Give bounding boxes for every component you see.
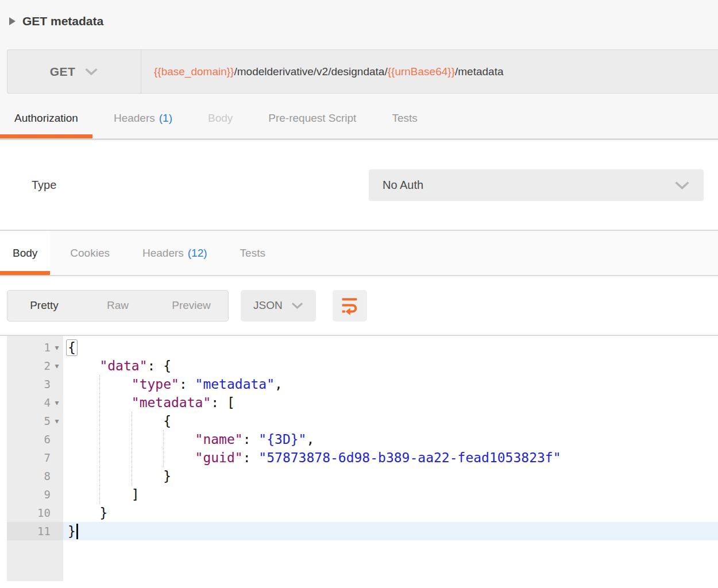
code-line-8: 8 } (7, 467, 718, 485)
response-tab-body[interactable]: Body (0, 231, 50, 275)
line-number-cell: 10 (7, 504, 63, 522)
line-number: 4 (44, 393, 51, 412)
line-number-cell: 2▾ (7, 357, 63, 375)
json-string-value: "57873878-6d98-b389-aa22-fead1053823f" (258, 450, 561, 465)
json-key: "data" (99, 358, 147, 373)
code-line-2: 2▾ "data": { (7, 357, 718, 375)
line-number-cell: 8 (7, 467, 63, 485)
tab-label: Tests (240, 247, 265, 260)
chevron-down-icon (674, 181, 690, 189)
code-line-content: { (63, 338, 718, 357)
line-number: 11 (37, 522, 51, 540)
tab-count-badge: (1) (159, 112, 172, 124)
method-dropdown[interactable]: GET (7, 50, 141, 93)
indent-spaces (68, 413, 163, 428)
line-number: 10 (37, 504, 51, 522)
json-string-value: "metadata" (195, 377, 275, 392)
response-tab-tests[interactable]: Tests (227, 231, 278, 275)
indent-guide (132, 412, 132, 430)
indent-guide (163, 430, 164, 448)
tab-label: Headers (142, 247, 184, 260)
code-line-3: 3 "type": "metadata", (7, 375, 718, 393)
request-tabs: AuthorizationHeaders(1)BodyPre-request S… (0, 111, 718, 140)
text-cursor (76, 524, 78, 539)
code-line-9: 9 ] (7, 485, 718, 504)
response-toolbar: PrettyRawPreview JSON (0, 276, 718, 335)
indent-guide (99, 467, 100, 485)
indent-guide (132, 430, 132, 448)
code-line-content: } (63, 467, 718, 485)
json-string-value: "{3D}" (258, 432, 306, 447)
line-number-cell: 9 (7, 485, 63, 504)
request-tab-pre-request-script[interactable]: Pre-request Script (254, 111, 370, 138)
json-punctuation: , (275, 377, 283, 392)
json-punctuation: } (68, 524, 76, 539)
line-number-cell: 4▾ (7, 393, 63, 412)
json-punctuation: , (306, 432, 314, 447)
wrap-lines-button[interactable] (333, 290, 367, 322)
indent-guide (132, 467, 132, 485)
view-pretty[interactable]: Pretty (7, 291, 81, 321)
url-input[interactable]: {{base_domain}}/modelderivative/v2/desig… (141, 50, 718, 93)
view-raw[interactable]: Raw (81, 291, 155, 321)
fold-triangle-icon[interactable]: ▾ (51, 412, 63, 430)
request-tab-headers[interactable]: Headers(1) (99, 111, 187, 138)
json-key: "name" (195, 432, 243, 447)
indent-spaces (68, 505, 99, 520)
request-title: GET metadata (22, 14, 103, 28)
indent-guide (132, 448, 132, 467)
tab-count-badge: (12) (188, 247, 207, 260)
code-line-6: 6 "name": "{3D}", (7, 430, 718, 448)
code-line-content: } (63, 522, 718, 540)
indent-guide (99, 412, 100, 430)
response-body-editor[interactable]: 1▾{2▾ "data": {3 "type": "metadata",4▾ "… (0, 335, 718, 581)
url-variable: {{base_domain}} (154, 65, 234, 78)
request-tab-authorization[interactable]: Authorization (0, 111, 92, 138)
request-header-section: GET metadata GET {{base_domain}}/modelde… (0, 0, 718, 140)
collapse-triangle-icon[interactable] (9, 17, 16, 25)
line-number: 6 (44, 430, 51, 448)
format-dropdown[interactable]: JSON (241, 290, 316, 322)
json-punctuation: } (99, 505, 107, 520)
request-tab-tests[interactable]: Tests (377, 111, 431, 138)
fold-triangle-icon[interactable]: ▾ (51, 357, 63, 375)
auth-type-dropdown[interactable]: No Auth (369, 169, 704, 201)
method-label: GET (50, 65, 76, 79)
indent-spaces (68, 358, 99, 373)
code-line-1: 1▾{ (7, 338, 718, 357)
code-line-11: 11} (7, 522, 718, 540)
json-punctuation: : { (147, 358, 171, 373)
line-number-cell: 7 (7, 448, 63, 467)
response-tab-cookies[interactable]: Cookies (57, 231, 122, 275)
line-number: 9 (44, 485, 51, 504)
view-preview[interactable]: Preview (155, 291, 228, 321)
tab-label: Pre-request Script (268, 112, 356, 124)
request-tab-body[interactable]: Body (194, 111, 247, 138)
tab-label: Tests (392, 112, 417, 124)
indent-guide (99, 430, 100, 448)
json-punctuation: { (163, 413, 171, 428)
auth-type-value: No Auth (383, 179, 423, 192)
response-tab-headers[interactable]: Headers(12) (130, 231, 220, 275)
tab-label: Headers (114, 112, 155, 124)
response-view-switcher: PrettyRawPreview (7, 290, 229, 322)
indent-guide (99, 448, 100, 467)
json-key: "guid" (195, 450, 243, 465)
tab-label: Authorization (14, 112, 78, 124)
line-number: 5 (44, 412, 51, 430)
line-number: 2 (44, 357, 51, 375)
request-url-bar: GET {{base_domain}}/modelderivative/v2/d… (7, 49, 718, 94)
json-key: "type" (132, 377, 179, 392)
code-line-content: "data": { (63, 357, 718, 375)
line-number-cell: 1▾ (7, 338, 63, 357)
tab-label: Body (208, 112, 233, 124)
url-path-text: /metadata (455, 65, 504, 78)
code-line-content: { (63, 412, 718, 430)
code-line-5: 5▾ { (7, 412, 718, 430)
tab-label: Cookies (70, 247, 110, 260)
fold-triangle-icon[interactable]: ▾ (51, 338, 63, 357)
indent-guide (99, 393, 100, 412)
fold-triangle-icon[interactable]: ▾ (51, 393, 63, 412)
word-wrap-icon (340, 296, 359, 316)
json-punctuation: { (66, 339, 78, 356)
